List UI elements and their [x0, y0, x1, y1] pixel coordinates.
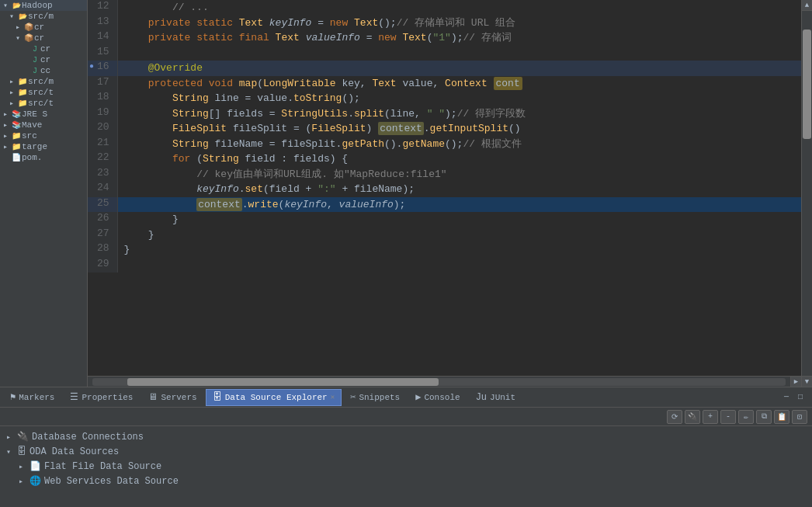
sidebar-item-cr2[interactable]: 📦 cr — [0, 33, 87, 43]
table-row: 12 // ... — [88, 0, 801, 16]
pkg-icon: 📦 — [23, 33, 34, 43]
tab-servers[interactable]: 🖥 Servers — [141, 389, 203, 406]
ds-arrow-icon: ▸ — [6, 432, 17, 442]
line-number: 19 — [88, 106, 117, 122]
sidebar-item-hadoop[interactable]: Hadoop — [0, 0, 87, 11]
sidebar-item-label: targe — [22, 142, 47, 151]
folder-icon: 📁 — [11, 142, 22, 151]
toolbar-edit-btn[interactable]: ✏ — [738, 410, 754, 424]
datasource-icon: 🗄 — [213, 391, 222, 403]
hscroll-thumb — [127, 378, 439, 386]
minimize-panel-btn[interactable]: ─ — [781, 391, 792, 403]
sidebar-item-pom[interactable]: 📄 pom. — [0, 152, 87, 163]
tab-markers[interactable]: ⚑ Markers — [3, 389, 61, 406]
line-content: FileSplit fileSplit = (FileSplit) contex… — [117, 121, 801, 137]
vscroll-thumb — [803, 30, 811, 139]
ds-item-oda-data-sources[interactable]: ▾ 🗄 ODA Data Sources — [6, 444, 806, 459]
sidebar-item-cr4[interactable]: J cr — [0, 54, 87, 65]
table-row: 15 — [88, 46, 801, 61]
table-row: 17 protected void map(LongWritable key, … — [88, 76, 801, 92]
tab-label: Snippets — [359, 393, 400, 402]
line-content — [117, 46, 801, 61]
lib-icon: 📚 — [11, 109, 22, 119]
toolbar-schema-btn[interactable]: ⧉ — [756, 410, 772, 424]
line-content: } — [117, 242, 801, 258]
sidebar-item-target[interactable]: 📁 targe — [0, 141, 87, 152]
folder-icon — [17, 12, 28, 21]
sidebar-item-label: Hadoop — [22, 1, 53, 10]
ds-arrow-icon: ▸ — [19, 477, 29, 486]
line-number: ●16 — [88, 61, 117, 76]
line-content: keyInfo.set(field + ":" + fileName); — [117, 182, 801, 197]
ds-item-database-connections[interactable]: ▸ 🔌 Database Connections — [6, 429, 806, 444]
sidebar-item-srct1[interactable]: 📁 src/t — [0, 87, 87, 98]
maximize-panel-btn[interactable]: □ — [795, 391, 806, 403]
sidebar-item-srcm2[interactable]: 📁 src/m — [0, 76, 87, 87]
db-connections-icon: 🔌 — [17, 431, 29, 443]
line-number: 27 — [88, 227, 117, 243]
bottom-panel: ⚑ Markers ☰ Properties 🖥 Servers 🗄 Data … — [0, 387, 812, 507]
lib-icon: 📚 — [11, 120, 22, 130]
vertical-scrollbar[interactable]: ▲ ▼ — [801, 0, 812, 387]
ds-arrow-icon: ▾ — [6, 447, 17, 457]
ds-item-web-services[interactable]: ▸ 🌐 Web Services Data Source — [6, 474, 806, 488]
line-content: String fileName = fileSplit.getPath().ge… — [117, 137, 801, 152]
line-content: // key值由单词和URL组成. 如"MapReduce:file1" — [117, 167, 801, 182]
line-number: 24 — [88, 182, 117, 197]
tab-snippets[interactable]: ✂ Snippets — [343, 389, 407, 406]
sidebar-item-srct2[interactable]: 📁 src/t — [0, 98, 87, 109]
toolbar-properties-btn[interactable]: ⊡ — [792, 410, 807, 424]
line-number: 29 — [88, 258, 117, 273]
tab-close-icon[interactable]: ✕ — [331, 393, 335, 401]
line-number: 13 — [88, 16, 117, 31]
tab-junit[interactable]: Ju JUnit — [469, 389, 522, 406]
xml-icon: 📄 — [11, 153, 22, 162]
expand-icon — [6, 99, 17, 108]
table-row: 23 // key值由单词和URL组成. 如"MapReduce:file1" — [88, 167, 801, 182]
tab-console[interactable]: ▶ Console — [408, 389, 467, 406]
line-number: 20 — [88, 121, 117, 137]
line-content: protected void map(LongWritable key, Tex… — [117, 76, 801, 92]
scroll-right-btn[interactable]: ▶ — [790, 377, 801, 387]
sidebar-item-jre[interactable]: 📚 JRE S — [0, 109, 87, 120]
ds-item-label: Web Services Data Source — [44, 476, 179, 487]
line-content — [117, 258, 801, 273]
folder-icon: 📁 — [17, 99, 28, 108]
vscroll-track — [802, 11, 812, 376]
tab-properties[interactable]: ☰ Properties — [63, 389, 140, 406]
toolbar-filter-btn[interactable]: 📋 — [774, 410, 789, 424]
line-number: 22 — [88, 151, 117, 167]
tab-data-source-explorer[interactable]: 🗄 Data Source Explorer ✕ — [206, 389, 342, 406]
panel-toolbar: ⟳ 🔌 + - ✏ ⧉ 📋 ⊡ — [0, 408, 812, 426]
line-content: // ... — [117, 0, 801, 16]
ds-item-flat-file[interactable]: ▸ 📄 Flat File Data Source — [6, 459, 806, 474]
horizontal-scrollbar[interactable]: ▶ — [88, 376, 801, 387]
line-number: 21 — [88, 137, 117, 152]
sidebar-item-cr3[interactable]: J cr — [0, 43, 87, 54]
line-number: 15 — [88, 46, 117, 61]
toolbar-remove-btn[interactable]: - — [720, 410, 736, 424]
code-scroll[interactable]: 12 // ... 13 private static Text keyInfo… — [88, 0, 801, 376]
line-content: private static Text keyInfo = new Text()… — [117, 16, 801, 31]
toolbar-connect-btn[interactable]: 🔌 — [685, 410, 700, 424]
expand-icon — [0, 1, 11, 10]
sidebar-item-cr1[interactable]: 📦 cr — [0, 22, 87, 33]
line-content: context.write(keyInfo, valueInfo); — [117, 197, 801, 213]
line-content: @Override — [117, 61, 801, 76]
line-number: 25 — [88, 197, 117, 213]
expand-icon — [0, 109, 11, 119]
sidebar-item-maven[interactable]: 📚 Mave — [0, 120, 87, 130]
line-content: } — [117, 212, 801, 227]
toolbar-add-btn[interactable]: + — [703, 410, 718, 424]
sidebar-item-srcm1[interactable]: src/m — [0, 11, 87, 22]
sidebar-item-src[interactable]: 📁 src — [0, 130, 87, 141]
scroll-down-btn[interactable]: ▼ — [802, 376, 813, 387]
sidebar-item-label: cr — [34, 33, 44, 43]
servers-icon: 🖥 — [148, 391, 158, 403]
web-services-icon: 🌐 — [29, 475, 41, 487]
sidebar-item-cc[interactable]: J cc — [0, 65, 87, 76]
markers-icon: ⚑ — [10, 391, 16, 403]
scroll-up-btn[interactable]: ▲ — [802, 0, 813, 11]
toolbar-refresh-btn[interactable]: ⟳ — [667, 410, 682, 424]
expand-icon — [12, 33, 23, 43]
